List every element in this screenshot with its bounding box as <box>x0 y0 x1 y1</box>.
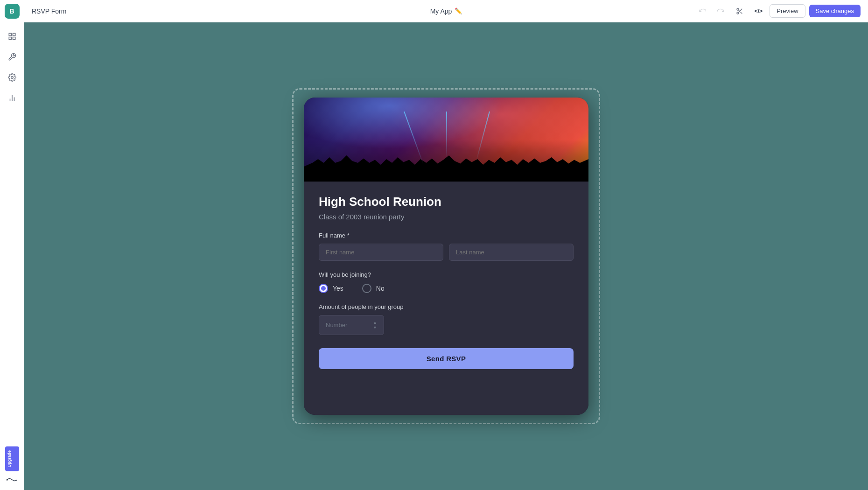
last-name-input[interactable] <box>449 244 574 261</box>
save-button[interactable]: Save changes <box>809 5 861 17</box>
scissors-button[interactable] <box>732 4 747 19</box>
laser-3 <box>476 112 490 161</box>
canvas-frame: High School Reunion Class of 2003 reunio… <box>292 88 600 424</box>
svg-rect-3 <box>13 37 15 40</box>
form-content: High School Reunion Class of 2003 reunio… <box>304 182 588 415</box>
no-label: No <box>376 285 385 292</box>
app-logo[interactable]: B <box>5 4 20 19</box>
arrow-down-icon: ▼ <box>373 325 377 330</box>
bottom-icon <box>4 475 21 484</box>
device-preview: High School Reunion Class of 2003 reunio… <box>304 98 588 415</box>
upgrade-button[interactable]: Upgrade <box>5 447 19 471</box>
sidebar-item-settings[interactable] <box>4 69 21 86</box>
sidebar-item-analytics[interactable] <box>4 90 21 106</box>
number-select[interactable]: Number ▲ ▼ <box>319 315 384 335</box>
laser-2 <box>446 112 447 158</box>
yes-label: Yes <box>333 285 343 292</box>
topbar-actions: </> Preview Save changes <box>695 4 861 19</box>
yes-option[interactable]: Yes <box>319 284 343 293</box>
page-title: RSVP Form <box>32 7 695 15</box>
svg-point-4 <box>11 77 13 79</box>
svg-rect-0 <box>9 33 11 35</box>
code-button[interactable]: </> <box>751 4 766 19</box>
radio-row: Yes No <box>319 284 574 293</box>
concert-image <box>304 98 588 182</box>
send-rsvp-button[interactable]: Send RSVP <box>319 348 574 369</box>
app-name-center: My App ✏️ <box>430 7 462 15</box>
edit-icon[interactable]: ✏️ <box>455 7 462 14</box>
undo-button[interactable] <box>695 4 710 19</box>
sidebar-item-grid[interactable] <box>4 28 21 45</box>
number-section: Amount of people in your group Number ▲ … <box>319 303 574 335</box>
no-radio[interactable] <box>362 284 371 293</box>
svg-rect-1 <box>13 33 15 35</box>
full-name-label: Full name * <box>319 232 574 239</box>
spinner-arrows[interactable]: ▲ ▼ <box>373 320 377 330</box>
preview-button[interactable]: Preview <box>770 4 805 18</box>
sidebar: B Upgrade <box>0 0 24 490</box>
group-label: Amount of people in your group <box>319 303 574 310</box>
redo-button[interactable] <box>714 4 728 19</box>
svg-line-12 <box>741 12 742 14</box>
sidebar-item-tools[interactable] <box>4 49 21 65</box>
svg-line-13 <box>739 10 740 11</box>
main-canvas: High School Reunion Class of 2003 reunio… <box>24 0 868 490</box>
joining-section: Will you be joining? Yes No <box>319 271 574 293</box>
laser-1 <box>404 112 424 164</box>
svg-point-10 <box>737 12 739 14</box>
name-row <box>319 244 574 261</box>
svg-point-9 <box>737 8 739 10</box>
yes-radio[interactable] <box>319 284 328 293</box>
arrow-up-icon: ▲ <box>373 320 377 325</box>
form-subtitle: Class of 2003 reunion party <box>319 213 574 221</box>
joining-label: Will you be joining? <box>319 271 574 278</box>
first-name-input[interactable] <box>319 244 443 261</box>
topbar: RSVP Form My App ✏️ </> Preview Save cha… <box>24 0 868 22</box>
number-placeholder: Number <box>326 322 347 329</box>
svg-rect-2 <box>9 37 11 40</box>
form-title: High School Reunion <box>319 195 574 209</box>
no-option[interactable]: No <box>362 284 385 293</box>
